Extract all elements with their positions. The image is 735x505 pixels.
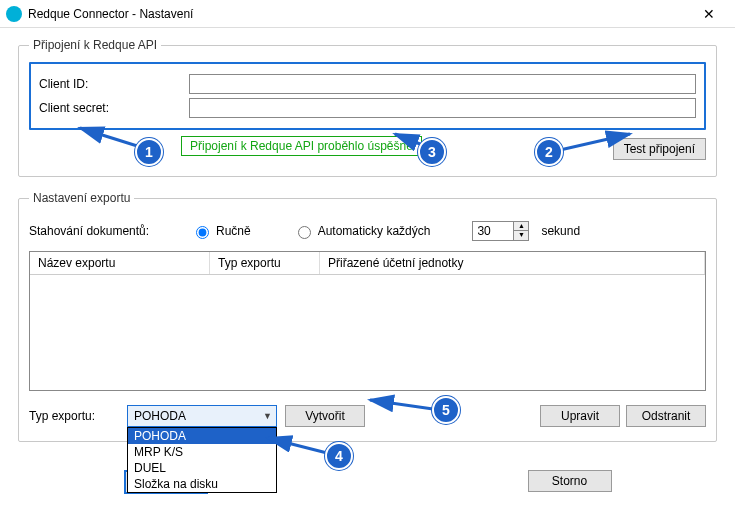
cancel-button[interactable]: Storno: [528, 470, 612, 492]
edit-button[interactable]: Upravit: [540, 405, 620, 427]
stepper-up-icon[interactable]: ▲: [514, 222, 528, 231]
type-dropdown[interactable]: POHODA MRP K/S DUEL Složka na disku: [127, 427, 277, 493]
chevron-down-icon: ▼: [263, 411, 272, 421]
auto-interval-stepper[interactable]: ▲ ▼: [472, 221, 529, 241]
radio-manual-input[interactable]: [196, 226, 209, 239]
titlebar: Redque Connector - Nastavení ✕: [0, 0, 735, 28]
type-option-pohoda[interactable]: POHODA: [128, 428, 276, 444]
type-option-mrp[interactable]: MRP K/S: [128, 444, 276, 460]
window-title: Redque Connector - Nastavení: [28, 7, 689, 21]
export-legend: Nastavení exportu: [29, 191, 134, 205]
col-type[interactable]: Typ exportu: [210, 252, 320, 274]
radio-auto[interactable]: Automaticky každých: [293, 223, 431, 239]
delete-button[interactable]: Odstranit: [626, 405, 706, 427]
download-label: Stahování dokumentů:: [29, 224, 179, 238]
client-secret-input[interactable]: [189, 98, 696, 118]
annotation-5: 5: [432, 396, 460, 424]
table-body[interactable]: [30, 275, 705, 390]
api-group: Připojení k Redque API Client ID: Client…: [18, 38, 717, 177]
annotation-2: 2: [535, 138, 563, 166]
client-id-input[interactable]: [189, 74, 696, 94]
table-header: Název exportu Typ exportu Přiřazené účet…: [30, 252, 705, 275]
close-icon[interactable]: ✕: [689, 6, 729, 22]
api-legend: Připojení k Redque API: [29, 38, 161, 52]
type-option-folder[interactable]: Složka na disku: [128, 476, 276, 492]
radio-auto-input[interactable]: [298, 226, 311, 239]
type-option-duel[interactable]: DUEL: [128, 460, 276, 476]
client-secret-label: Client secret:: [39, 101, 189, 115]
client-id-label: Client ID:: [39, 77, 189, 91]
api-credentials-box: Client ID: Client secret:: [29, 62, 706, 130]
create-button[interactable]: Vytvořit: [285, 405, 365, 427]
auto-interval-unit: sekund: [541, 224, 580, 238]
annotation-3: 3: [418, 138, 446, 166]
radio-manual[interactable]: Ručně: [191, 223, 251, 239]
app-icon: [6, 6, 22, 22]
type-selected: POHODA: [134, 409, 186, 423]
radio-manual-label: Ručně: [216, 224, 251, 238]
export-group: Nastavení exportu Stahování dokumentů: R…: [18, 191, 717, 442]
annotation-4: 4: [325, 442, 353, 470]
type-label: Typ exportu:: [29, 409, 119, 423]
auto-interval-input[interactable]: [473, 222, 513, 240]
test-connection-button[interactable]: Test připojení: [613, 138, 706, 160]
stepper-down-icon[interactable]: ▼: [514, 231, 528, 240]
exports-table: Název exportu Typ exportu Přiřazené účet…: [29, 251, 706, 391]
col-name[interactable]: Název exportu: [30, 252, 210, 274]
radio-auto-label: Automaticky každých: [318, 224, 431, 238]
annotation-1: 1: [135, 138, 163, 166]
api-status-message: Připojení k Redque API proběhlo úspěšně: [181, 136, 422, 156]
col-units[interactable]: Přiřazené účetní jednotky: [320, 252, 705, 274]
type-combobox[interactable]: POHODA ▼: [127, 405, 277, 427]
